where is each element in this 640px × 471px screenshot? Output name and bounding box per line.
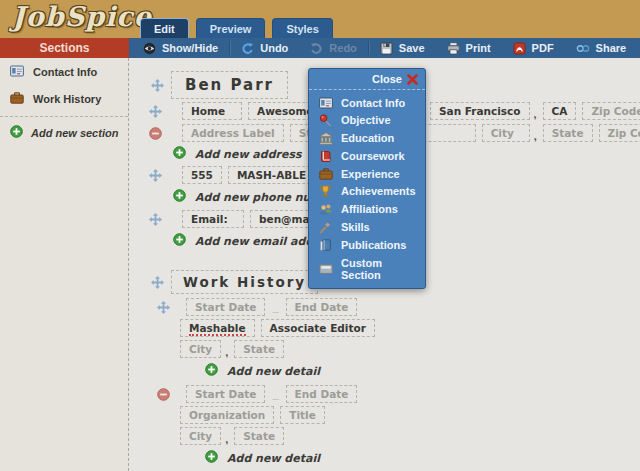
popup-item-label: Skills [341, 221, 370, 233]
job-title-field[interactable]: Title [280, 406, 325, 424]
add-new-detail-button[interactable]: Add new detail [205, 450, 640, 466]
move-handle-icon[interactable] [149, 105, 162, 118]
undo-label: Undo [260, 42, 288, 54]
job-org-row: Mashable Associate Editor [180, 319, 640, 337]
popup-item-label: Contact Info [341, 97, 405, 109]
move-handle-icon[interactable] [149, 169, 162, 182]
trophy-icon [319, 185, 333, 198]
organization-field[interactable]: Organization [180, 406, 274, 424]
email-label-field[interactable]: Email: [182, 210, 244, 228]
state-field[interactable]: State [234, 340, 284, 358]
sidebar-item-work-history[interactable]: Work History [0, 85, 128, 112]
close-button[interactable]: Close [372, 73, 402, 85]
job-location-row: City , State [180, 427, 640, 445]
sidebar-item-label: Work History [33, 93, 101, 105]
show-hide-button[interactable]: Show/Hide [129, 38, 229, 58]
move-handle-icon[interactable] [149, 213, 162, 226]
date-separator: _ [272, 388, 278, 400]
move-handle-icon[interactable] [151, 276, 164, 289]
comma-separator: , [534, 130, 537, 142]
popup-item-objective[interactable]: Objective [309, 111, 425, 129]
sidebar-item-label: Contact Info [33, 66, 97, 78]
popup-item-label: Coursework [341, 150, 405, 162]
popup-item-label: Custom Section [341, 257, 415, 281]
pdf-label: PDF [532, 42, 554, 54]
close-x-icon[interactable] [407, 74, 418, 85]
pdf-button[interactable]: PDF [502, 38, 565, 58]
add-new-detail-label: Add new detail [227, 365, 320, 378]
popup-item-achievements[interactable]: Achievements [309, 182, 425, 200]
address-label-field[interactable]: Home [182, 102, 242, 120]
remove-minus-icon[interactable] [149, 127, 162, 140]
popup-item-affiliations[interactable]: Affiliations [309, 200, 425, 218]
popup-item-custom-section[interactable]: Custom Section [309, 254, 425, 283]
comma-separator: , [225, 433, 228, 445]
end-date-field[interactable]: End Date [286, 298, 358, 316]
people-icon [319, 203, 333, 216]
save-button[interactable]: Save [369, 38, 436, 58]
print-button[interactable]: Print [436, 38, 502, 58]
job-title-field[interactable]: Associate Editor [261, 319, 375, 337]
sections-header: Sections [0, 38, 129, 58]
show-hide-label: Show/Hide [162, 42, 218, 54]
share-link-icon [576, 42, 590, 55]
undo-button[interactable]: Undo [230, 38, 299, 58]
city-field[interactable]: City [180, 427, 221, 445]
share-button[interactable]: Share [565, 38, 638, 58]
add-new-section-button[interactable]: Add new section [0, 119, 128, 146]
comma-separator: , [534, 108, 537, 120]
popup-item-label: Achievements [341, 185, 416, 197]
popup-item-contact-info[interactable]: Contact Info [309, 94, 425, 111]
zip-field[interactable]: Zip Code [582, 102, 640, 120]
section-title-field[interactable]: Work History [171, 270, 318, 294]
popup-item-list: Contact Info Objective Education Coursew… [309, 90, 425, 288]
popup-item-label: Education [341, 132, 394, 144]
add-new-detail-label: Add new detail [227, 452, 320, 465]
toolbar-buttons: Show/Hide Undo Redo Save Print [129, 38, 640, 58]
popup-item-experience[interactable]: Experience [309, 165, 425, 182]
redo-icon [310, 42, 323, 55]
share-label: Share [596, 42, 627, 54]
name-field[interactable]: Ben Parr [171, 71, 288, 99]
sidebar-item-contact-info[interactable]: Contact Info [0, 58, 128, 85]
school-building-icon [319, 132, 333, 145]
state-field[interactable]: State [543, 124, 593, 142]
add-new-section-label: Add new section [31, 127, 118, 139]
move-handle-icon[interactable] [157, 301, 170, 314]
print-label: Print [466, 42, 491, 54]
contact-card-icon [319, 97, 333, 109]
add-new-detail-button[interactable]: Add new detail [205, 363, 640, 379]
city-field[interactable]: San Francisco [430, 102, 530, 120]
city-field[interactable]: City [482, 124, 530, 142]
date-separator: _ [272, 301, 278, 313]
zip-field[interactable]: Zip Code [599, 124, 640, 142]
start-date-field[interactable]: Start Date [186, 298, 265, 316]
undo-icon [241, 42, 254, 55]
tab-preview[interactable]: Preview [196, 18, 266, 38]
phone-number-field[interactable]: MASH-ABLE [228, 166, 315, 184]
briefcase-icon [319, 168, 333, 180]
organization-field[interactable]: Mashable [180, 319, 255, 337]
blue-book-icon [319, 239, 333, 252]
popup-item-coursework[interactable]: Coursework [309, 147, 425, 165]
popup-item-skills[interactable]: Skills [309, 218, 425, 236]
contact-card-icon [10, 65, 24, 79]
comma-separator: , [225, 346, 228, 358]
jobspice-app: JobSpice Edit Preview Styles Sections Sh… [0, 0, 640, 471]
start-date-field[interactable]: Start Date [186, 385, 265, 403]
add-section-popup: Close Contact Info Objective Education C… [308, 68, 426, 289]
end-date-field[interactable]: End Date [286, 385, 358, 403]
remove-minus-icon[interactable] [157, 388, 170, 401]
job-dates-row: Start Date _ End Date [157, 385, 640, 403]
tab-edit[interactable]: Edit [140, 18, 189, 38]
tab-styles[interactable]: Styles [272, 18, 332, 38]
popup-item-publications[interactable]: Publications [309, 236, 425, 254]
state-field[interactable]: CA [543, 102, 577, 120]
popup-item-education[interactable]: Education [309, 129, 425, 147]
state-field[interactable]: State [234, 427, 284, 445]
address-label-field[interactable]: Address Label [182, 124, 284, 142]
redo-button[interactable]: Redo [299, 38, 368, 58]
move-handle-icon[interactable] [151, 79, 164, 92]
city-field[interactable]: City [180, 340, 221, 358]
phone-area-field[interactable]: 555 [182, 166, 222, 184]
